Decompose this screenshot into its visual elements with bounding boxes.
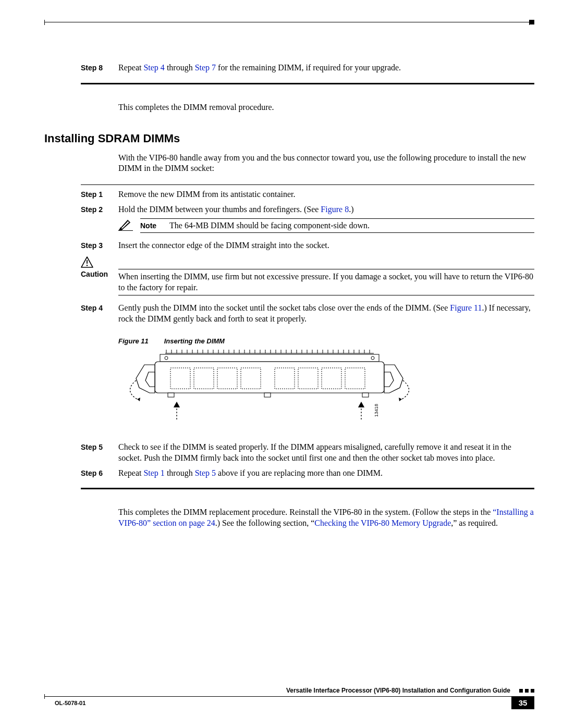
step-8-text: Repeat Step 4 through Step 7 for the rem… bbox=[118, 63, 534, 73]
step-3-row: Step 3 Insert the connector edge of the … bbox=[81, 240, 534, 251]
step-8-post: for the remaining DIMM, if required for … bbox=[216, 63, 401, 72]
page: Step 8 Repeat Step 4 through Step 7 for … bbox=[0, 0, 563, 728]
step-8-label: Step 8 bbox=[81, 63, 118, 72]
step-2-row: Step 2 Hold the DIMM between your thumbs… bbox=[81, 204, 534, 215]
step-5-row: Step 5 Check to see if the DIMM is seate… bbox=[81, 442, 534, 464]
svg-rect-55 bbox=[168, 393, 174, 397]
step-6-row: Step 6 Repeat Step 1 through Step 5 abov… bbox=[81, 468, 534, 479]
svg-rect-46 bbox=[155, 362, 384, 393]
closing-post: ,” as required. bbox=[451, 519, 498, 527]
step-6-mid: through bbox=[165, 468, 195, 477]
step-2-label: Step 2 bbox=[81, 204, 118, 214]
step-6-label: Step 6 bbox=[81, 468, 118, 477]
section-end-rule-2 bbox=[81, 488, 534, 489]
step-6-pre: Repeat bbox=[118, 468, 143, 477]
page-body: Step 8 Repeat Step 4 through Step 7 for … bbox=[39, 25, 534, 529]
step-2-text: Hold the DIMM between your thumbs and fo… bbox=[118, 204, 534, 215]
section-heading: Installing SDRAM DIMMs bbox=[44, 132, 534, 145]
step-4-text: Gently push the DIMM into the socket unt… bbox=[118, 303, 534, 325]
step-5-label: Step 5 bbox=[81, 442, 118, 451]
caution-triangle-icon bbox=[81, 256, 93, 268]
step-4-label: Step 4 bbox=[81, 303, 118, 312]
step-8-link-1[interactable]: Step 4 bbox=[143, 63, 164, 72]
step-2-pre: Hold the DIMM between your thumbs and fo… bbox=[118, 205, 321, 214]
step-1-label: Step 1 bbox=[81, 189, 118, 199]
removal-closing-text: This completes the DIMM removal procedur… bbox=[118, 102, 534, 113]
footer-guide-title: Versatile Interface Processor (VIP6-80) … bbox=[286, 687, 510, 694]
footer-dots-icon bbox=[519, 689, 534, 693]
closing-pre: This completes the DIMM replacement proc… bbox=[118, 508, 493, 516]
step-5-text: Check to see if the DIMM is seated prope… bbox=[118, 442, 534, 464]
step-4-pre: Gently push the DIMM into the socket unt… bbox=[118, 303, 450, 312]
step-8-row: Step 8 Repeat Step 4 through Step 7 for … bbox=[81, 63, 534, 73]
note-text: The 64-MB DIMM should be facing componen… bbox=[169, 221, 370, 230]
figure-number: Figure 11 bbox=[118, 337, 162, 345]
step-1-text: Remove the new DIMM from its antistatic … bbox=[118, 189, 534, 200]
step-4-link[interactable]: Figure 11 bbox=[450, 303, 482, 312]
closing-paragraph: This completes the DIMM replacement proc… bbox=[118, 507, 534, 529]
section-start-thin-rule bbox=[81, 184, 534, 185]
caution-text: When inserting the DIMM, use firm but no… bbox=[118, 269, 534, 295]
figure-dimm-insertion: 13418 bbox=[118, 349, 534, 435]
pencil-note-icon bbox=[118, 218, 133, 231]
figure-id-text: 13418 bbox=[374, 404, 379, 417]
step-1-row: Step 1 Remove the new DIMM from its anti… bbox=[81, 189, 534, 200]
note-block: Note The 64-MB DIMM should be facing com… bbox=[118, 218, 534, 233]
closing-link-2[interactable]: Checking the VIP6-80 Memory Upgrade bbox=[314, 519, 451, 527]
figure-title: Inserting the DIMM bbox=[164, 337, 225, 345]
step-4-row: Step 4 Gently push the DIMM into the soc… bbox=[81, 303, 534, 325]
header-rule bbox=[44, 20, 534, 25]
svg-rect-57 bbox=[362, 393, 369, 397]
svg-rect-56 bbox=[264, 393, 271, 397]
figure-caption: Figure 11 Inserting the DIMM bbox=[118, 337, 534, 345]
note-label: Note bbox=[140, 221, 169, 230]
footer-page-number: 35 bbox=[511, 697, 534, 709]
step-2-post: .) bbox=[349, 205, 353, 214]
step-6-post: above if you are replacing more than one… bbox=[216, 468, 383, 477]
page-footer: Versatile Interface Processor (VIP6-80) … bbox=[39, 687, 534, 710]
svg-rect-43 bbox=[160, 354, 379, 362]
svg-point-1 bbox=[87, 265, 88, 266]
closing-mid: .) See the following section, “ bbox=[215, 519, 315, 527]
step-6-link-2[interactable]: Step 5 bbox=[195, 468, 216, 477]
step-8-mid: through bbox=[165, 63, 195, 72]
step-8-pre: Repeat bbox=[118, 63, 143, 72]
step-8-link-2[interactable]: Step 7 bbox=[195, 63, 216, 72]
caution-block: Caution When inserting the DIMM, use fir… bbox=[81, 256, 534, 296]
footer-doc-id: OL-5078-01 bbox=[55, 700, 85, 706]
step-3-label: Step 3 bbox=[81, 240, 118, 250]
step-3-text: Insert the connector edge of the DIMM st… bbox=[118, 240, 534, 251]
step-6-text: Repeat Step 1 through Step 5 above if yo… bbox=[118, 468, 534, 479]
step-6-link-1[interactable]: Step 1 bbox=[143, 468, 164, 477]
section-intro: With the VIP6-80 handle away from you an… bbox=[118, 153, 534, 175]
caution-label: Caution bbox=[81, 270, 108, 278]
section-end-rule-1 bbox=[81, 83, 534, 84]
step-2-link[interactable]: Figure 8 bbox=[321, 205, 349, 214]
